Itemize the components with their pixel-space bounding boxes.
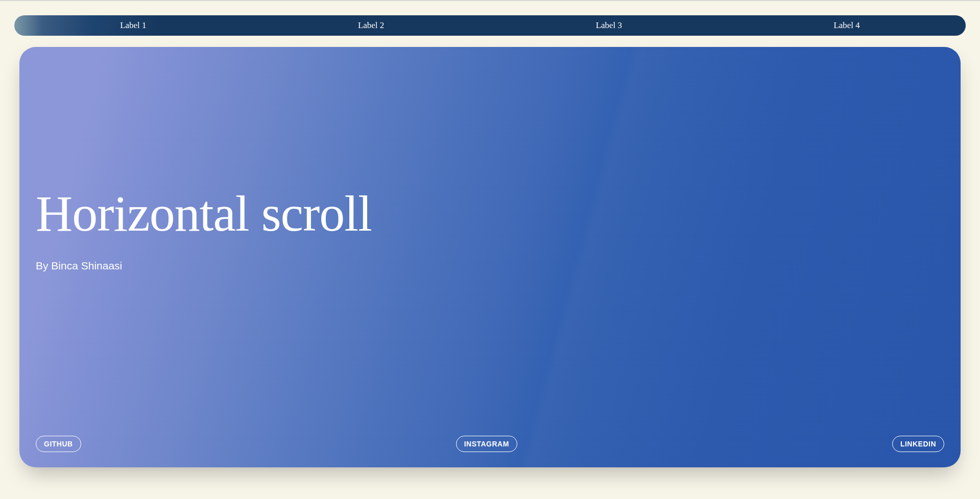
hero-content: Horizontal scroll By Binca Shinaasi — [36, 47, 944, 467]
hero-author: By Binca Shinaasi — [36, 260, 122, 272]
nav-item-4[interactable]: Label 4 — [728, 20, 966, 31]
hero-title: Horizontal scroll — [36, 187, 372, 240]
nav-item-1[interactable]: Label 1 — [14, 20, 252, 31]
social-row: GITHUB INSTAGRAM LINKEDIN — [36, 436, 944, 452]
hero-card[interactable]: Horizontal scroll By Binca Shinaasi GITH… — [19, 47, 961, 467]
nav-item-2[interactable]: Label 2 — [252, 20, 490, 31]
top-nav: Label 1 Label 2 Label 3 Label 4 — [14, 15, 966, 36]
nav-item-3[interactable]: Label 3 — [490, 20, 728, 31]
instagram-link[interactable]: INSTAGRAM — [456, 436, 517, 452]
github-link[interactable]: GITHUB — [36, 436, 81, 452]
linkedin-link[interactable]: LINKEDIN — [892, 436, 944, 452]
